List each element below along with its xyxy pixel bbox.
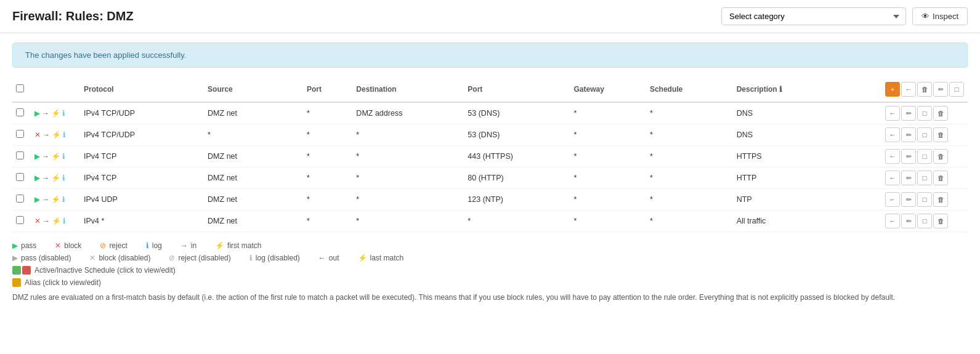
row-edit-button[interactable]: ✏ [901,214,916,228]
dest-cell: * [352,146,464,167]
row-back-button[interactable]: ← [885,149,900,164]
block-icon: ✕ [34,217,41,225]
legend-reject-disabled-icon: ⊘ [169,254,175,262]
src-port-cell: * [303,124,352,146]
row-edit-button[interactable]: ✏ [901,171,916,185]
row-checkbox[interactable] [16,216,24,224]
schedule-legend[interactable]: Active/Inactive Schedule (click to view/… [12,266,968,275]
row-delete-button[interactable]: 🗑 [933,106,948,121]
inspect-button[interactable]: 👁 Inspect [912,7,968,25]
dest-cell: * [352,211,464,232]
protocol-cell: IPv4 TCP [80,146,204,167]
inactive-schedule-icon [22,266,31,275]
dst-port-cell: 123 (NTP) [464,189,570,211]
success-alert: The changes have been applied successful… [12,42,968,68]
row-back-button[interactable]: ← [885,127,900,142]
alias-legend[interactable]: Alias (click to view/edit) [12,278,968,287]
legend-block-label: block [64,241,81,250]
row-edit-button[interactable]: ✏ [901,149,916,164]
row-checkbox[interactable] [16,151,24,159]
row-back-button[interactable]: ← [885,106,900,121]
row-delete-button[interactable]: 🗑 [933,149,948,164]
legend-reject-label: reject [109,241,127,250]
table-row: ✕ → ⚡ ℹ IPv4 * DMZ net * * * * * All tra… [12,211,968,232]
dst-port-cell: * [464,211,570,232]
desc-cell: HTTP [733,167,881,189]
row-edit-button[interactable]: ✏ [901,106,916,121]
clone-all-button[interactable]: □ [949,82,964,97]
legend-lightning-icon: ⚡ [215,241,224,250]
row-clone-button[interactable]: □ [917,106,932,121]
info-icon[interactable]: ℹ [62,174,65,182]
legend-in-label: in [191,241,196,250]
select-all-checkbox[interactable] [16,84,24,92]
row-edit-button[interactable]: ✏ [901,127,916,142]
schedule-legend-label: Active/Inactive Schedule (click to view/… [34,266,176,275]
arrow-icon: → [42,195,49,204]
row-delete-button[interactable]: 🗑 [933,214,948,228]
row-checkbox[interactable] [16,195,24,203]
desc-cell: NTP [733,189,881,211]
info-icon[interactable]: ℹ [63,217,66,225]
info-icon[interactable]: ℹ [63,131,66,139]
src-port-cell: * [303,167,352,189]
footer-note: DMZ rules are evaluated on a first-match… [12,292,968,303]
dst-port-cell: 53 (DNS) [464,124,570,146]
arrow-icon: → [42,109,49,118]
info-icon[interactable]: ℹ [62,152,65,161]
desc-cell: DNS [733,102,881,124]
alias-icon [12,278,21,287]
category-select[interactable]: Select category [721,7,906,25]
row-delete-button[interactable]: 🗑 [933,192,948,207]
move-back-button[interactable]: ← [901,82,916,97]
block-icon: ✕ [34,131,41,139]
info-icon[interactable]: ℹ [62,109,65,118]
row-clone-button[interactable]: □ [917,171,932,185]
source-cell: DMZ net [204,167,303,189]
row-checkbox[interactable] [16,108,24,116]
row-clone-button[interactable]: □ [917,149,932,164]
row-back-button[interactable]: ← [885,214,900,228]
legend-row-2: ▶ pass (disabled) ✕ block (disabled) ⊘ r… [12,254,968,262]
col-src-port: Port [303,77,352,102]
edit-all-button[interactable]: ✏ [933,82,948,97]
add-rule-button[interactable]: + [885,82,900,97]
legend-block-disabled-label: block (disabled) [99,254,150,262]
src-port-cell: * [303,189,352,211]
lightning-icon: ⚡ [51,195,60,204]
row-back-button[interactable]: ← [885,192,900,207]
alias-legend-label: Alias (click to view/edit) [25,278,101,287]
pass-icon: ▶ [34,195,40,204]
rules-table: Protocol Source Port Destination Port Ga… [12,77,968,232]
row-clone-button[interactable]: □ [917,192,932,207]
legend-block-disabled-icon: ✕ [89,254,95,262]
info-icon[interactable]: ℹ [62,195,65,204]
gateway-cell: * [570,102,646,124]
col-protocol: Protocol [80,77,204,102]
col-schedule: Schedule [646,77,733,102]
schedule-cell: * [646,189,733,211]
schedule-cell: * [646,146,733,167]
eye-icon: 👁 [921,12,929,21]
legend-log-disabled-label: log (disabled) [256,254,300,262]
col-source: Source [204,77,303,102]
dst-port-cell: 443 (HTTPS) [464,146,570,167]
source-cell: DMZ net [204,102,303,124]
legend-reject-disabled-label: reject (disabled) [178,254,230,262]
table-row: ▶ → ⚡ ℹ IPv4 TCP DMZ net * * 80 (HTTP) *… [12,167,968,189]
row-back-button[interactable]: ← [885,171,900,185]
src-port-cell: * [303,102,352,124]
table-row: ✕ → ⚡ ℹ IPv4 TCP/UDP * * * 53 (DNS) * * … [12,124,968,146]
page-title: Firewall: Rules: DMZ [12,9,134,23]
row-clone-button[interactable]: □ [917,214,932,228]
source-cell: DMZ net [204,211,303,232]
legend-out-label: out [329,254,339,262]
row-delete-button[interactable]: 🗑 [933,127,948,142]
row-checkbox[interactable] [16,173,24,181]
row-clone-button[interactable]: □ [917,127,932,142]
source-cell: DMZ net [204,146,303,167]
row-checkbox[interactable] [16,130,24,138]
row-edit-button[interactable]: ✏ [901,192,916,207]
delete-all-button[interactable]: 🗑 [917,82,932,97]
row-delete-button[interactable]: 🗑 [933,171,948,185]
